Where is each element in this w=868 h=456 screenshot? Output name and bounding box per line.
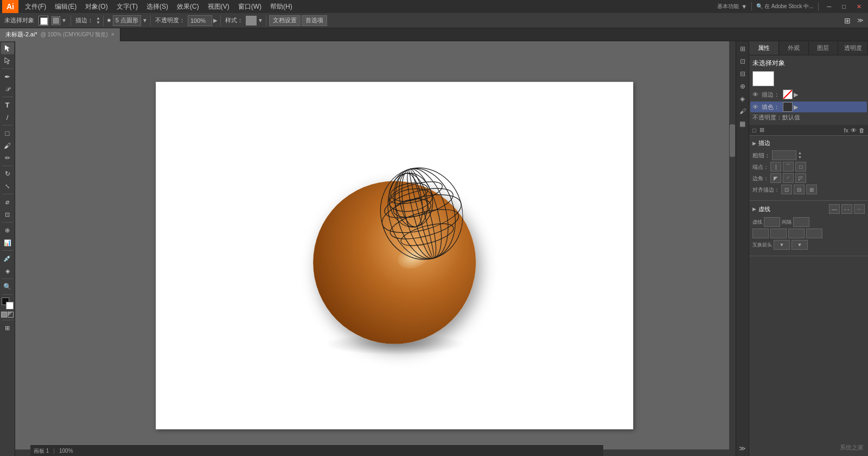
dash-type-2[interactable]: - -	[841, 204, 852, 214]
direct-selection-tool[interactable]	[1, 55, 14, 67]
curvature-tool[interactable]: 𝒫	[1, 83, 14, 95]
start-arrow-dropdown[interactable]: ▼	[774, 240, 790, 250]
dash-type-3[interactable]: ···	[854, 204, 865, 214]
properties-icon[interactable]: ⊞	[737, 43, 748, 54]
panel-eye-icon[interactable]: 👁	[851, 127, 857, 134]
stroke-color-box[interactable]	[39, 16, 48, 26]
gap-a-input[interactable]	[793, 217, 809, 227]
join-miter-btn[interactable]: ◤	[770, 173, 781, 183]
stroke-panel-title[interactable]: ▶ 描边	[752, 138, 865, 148]
style-color[interactable]	[246, 16, 257, 26]
blend-tool[interactable]: ◈	[1, 265, 14, 277]
selection-tool[interactable]	[1, 42, 14, 54]
opacity-input[interactable]	[188, 15, 212, 26]
warp-tool[interactable]: ⌀	[1, 196, 14, 208]
vertical-scrollbar[interactable]	[729, 41, 736, 456]
scale-tool[interactable]: ⤡	[1, 180, 14, 192]
graph-tool[interactable]: 📊	[1, 237, 14, 249]
gap-c-input[interactable]	[806, 229, 822, 238]
panel-new-icon[interactable]: □	[752, 127, 756, 134]
symbols-icon[interactable]: ◈	[737, 93, 748, 104]
zoom-level: 100%	[59, 448, 73, 454]
shape-builder-tool[interactable]: ⊕	[1, 224, 14, 236]
dash-a-input[interactable]	[764, 217, 780, 227]
fill-color-swatch[interactable]	[783, 102, 793, 112]
menu-file[interactable]: 文件(F)	[21, 0, 50, 13]
join-bevel-btn[interactable]: ◸	[795, 173, 806, 183]
restore-btn[interactable]: □	[838, 0, 850, 13]
tab-transparency[interactable]: 透明度	[838, 41, 868, 55]
swatches-icon[interactable]: ▦	[737, 118, 748, 129]
free-transform-tool[interactable]: ⊡	[1, 208, 14, 220]
menu-select[interactable]: 选择(S)	[142, 0, 173, 13]
none-btn[interactable]	[8, 312, 14, 318]
pencil-tool[interactable]: ✏	[1, 152, 14, 164]
style-arrow[interactable]: ▼	[258, 17, 263, 23]
paint-brush-tool[interactable]: 🖌	[1, 140, 14, 151]
prefs-btn[interactable]: 首选项	[302, 15, 327, 26]
collapse-icon[interactable]: ≫	[737, 443, 748, 454]
star-points-dropdown[interactable]: 5 点圆形	[113, 15, 141, 26]
dash-b-input[interactable]	[752, 229, 769, 238]
menu-effect[interactable]: 效果(C)	[173, 0, 203, 13]
cap-round-btn[interactable]: ⌒	[783, 162, 794, 172]
menu-text[interactable]: 文字(T)	[112, 0, 142, 13]
join-round-btn[interactable]: ◜	[783, 173, 794, 183]
canvas-area[interactable]: 画板 1 | 100%	[15, 41, 736, 456]
extra-btn[interactable]: ≫	[855, 15, 866, 27]
menu-help[interactable]: 帮助(H)	[266, 0, 297, 13]
panel-trash-icon[interactable]: 🗑	[859, 127, 865, 134]
menu-object[interactable]: 对象(O)	[81, 0, 112, 13]
svg-marker-0	[5, 45, 10, 52]
tab-close-btn[interactable]: ×	[111, 31, 114, 37]
solid-color-btn[interactable]	[1, 312, 7, 318]
stroke-eye[interactable]: 👁	[752, 91, 758, 98]
opacity-arrow[interactable]: ▶	[213, 17, 218, 23]
end-arrow-dropdown[interactable]: ▼	[792, 240, 808, 250]
close-btn[interactable]: ✕	[852, 0, 866, 13]
tab-appearance[interactable]: 外观	[779, 41, 809, 55]
tab-properties[interactable]: 属性	[749, 41, 779, 55]
dashed-panel-title[interactable]: ▶ 虚线 — - - ···	[752, 203, 865, 215]
line-tool[interactable]: /	[1, 111, 14, 123]
menu-view[interactable]: 视图(V)	[203, 0, 234, 13]
dash-type-1[interactable]: —	[829, 204, 840, 214]
stroke-stepper[interactable]: ▲ ▼	[96, 16, 100, 25]
eyedropper-tool[interactable]: 💉	[1, 252, 14, 264]
active-tab[interactable]: 未标题-2.ai* @ 100% (CMYK/GPU 预览) ×	[0, 28, 120, 41]
text-tool[interactable]: T	[1, 99, 14, 111]
doc-settings-btn[interactable]: 文档设置	[269, 15, 301, 26]
stroke-weight-stepper[interactable]: ▲ ▼	[798, 151, 802, 159]
minimize-btn[interactable]: ─	[823, 0, 836, 13]
fill-stroke-swatches[interactable]	[2, 297, 14, 309]
align-outside-btn[interactable]: ⊞	[806, 185, 817, 194]
stroke-color-swatch[interactable]	[783, 90, 793, 99]
rotate-tool[interactable]: ↻	[1, 168, 14, 180]
arrange-icons[interactable]: ⊞	[842, 15, 853, 27]
v-scroll-thumb[interactable]	[730, 124, 735, 157]
zoom-tool[interactable]: 🔍	[1, 281, 14, 293]
transform-icon[interactable]: ⊡	[737, 56, 748, 67]
stroke-weight-input[interactable]	[772, 150, 796, 160]
shape-selector[interactable]: ★ 5 点圆形 ▼	[106, 15, 148, 26]
cap-square-btn[interactable]: □	[795, 162, 806, 172]
panel-fx-icon[interactable]: fx	[844, 127, 848, 134]
rect-tool[interactable]: □	[1, 127, 14, 139]
dash-c-input[interactable]	[788, 229, 805, 238]
pen-tool[interactable]: ✒	[1, 71, 14, 83]
menu-edit[interactable]: 编辑(E)	[50, 0, 81, 13]
fill-drop-arrow[interactable]: ▶	[794, 104, 798, 111]
menu-window[interactable]: 窗口(W)	[234, 0, 266, 13]
cap-butt-btn[interactable]: |	[770, 162, 781, 172]
pathfinder-icon[interactable]: ⊕	[737, 81, 748, 92]
align-center-btn[interactable]: ⊡	[781, 185, 792, 194]
fill-eye[interactable]: 👁	[752, 104, 758, 110]
brushes-icon[interactable]: 🖌	[737, 106, 748, 117]
align-icon[interactable]: ⊟	[737, 68, 748, 79]
artboard-tool[interactable]: ⊞	[1, 322, 14, 334]
stroke-drop-arrow[interactable]: ▶	[794, 91, 798, 98]
align-inside-btn[interactable]: ⊟	[794, 185, 805, 194]
tab-layers[interactable]: 图层	[809, 41, 839, 55]
gap-b-input[interactable]	[770, 229, 787, 238]
panel-copy-icon[interactable]: ⊞	[760, 126, 764, 134]
